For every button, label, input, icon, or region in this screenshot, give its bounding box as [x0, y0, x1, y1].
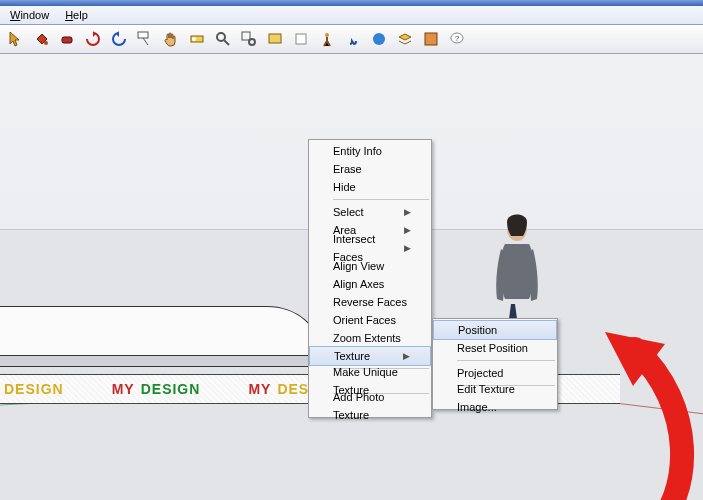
- tool-prev-view-icon[interactable]: [262, 26, 288, 52]
- tool-zoom-icon[interactable]: [210, 26, 236, 52]
- tool-paint-bucket-icon[interactable]: [28, 26, 54, 52]
- menu-bar: WWindowindow HHelpelp: [0, 6, 703, 25]
- tool-eraser-icon[interactable]: [54, 26, 80, 52]
- svg-text:?: ?: [455, 34, 460, 43]
- menu-reverse-faces[interactable]: Reverse Faces: [309, 293, 431, 311]
- svg-point-10: [325, 33, 329, 37]
- menu-add-photo-texture[interactable]: Add Photo Texture: [309, 397, 431, 415]
- menu-hide[interactable]: Hide: [309, 178, 431, 196]
- banner-text: DESIGN: [4, 381, 64, 397]
- tool-google-earth-icon[interactable]: [366, 26, 392, 52]
- texture-submenu: Position Reset Position Projected Edit T…: [432, 318, 558, 410]
- svg-point-4: [192, 37, 196, 41]
- svg-rect-6: [242, 32, 250, 40]
- submenu-position[interactable]: Position: [433, 320, 557, 340]
- tool-hand-icon[interactable]: [158, 26, 184, 52]
- menu-intersect-faces[interactable]: Intersect Faces▶: [309, 239, 431, 257]
- menu-entity-info[interactable]: Entity Info: [309, 142, 431, 160]
- svg-rect-9: [296, 34, 306, 44]
- svg-rect-8: [269, 34, 281, 43]
- menu-orient-faces[interactable]: Orient Faces: [309, 311, 431, 329]
- menu-select[interactable]: Select▶: [309, 203, 431, 221]
- model-slab: [0, 306, 320, 356]
- tool-position-camera-icon[interactable]: [314, 26, 340, 52]
- banner-text: MY: [248, 381, 271, 397]
- tool-rotate-red-icon[interactable]: [80, 26, 106, 52]
- svg-point-5: [217, 33, 225, 41]
- menu-zoom-extents[interactable]: Zoom Extents: [309, 329, 431, 347]
- banner-text: MY: [112, 381, 135, 397]
- tool-walk-icon[interactable]: [340, 26, 366, 52]
- toolbar: ?: [0, 25, 703, 54]
- menu-erase[interactable]: Erase: [309, 160, 431, 178]
- tool-help-icon[interactable]: ?: [444, 26, 470, 52]
- tool-callout-icon[interactable]: [132, 26, 158, 52]
- menu-align-view[interactable]: Align View: [309, 257, 431, 275]
- context-menu: Entity Info Erase Hide Select▶ Area▶ Int…: [308, 139, 432, 418]
- chevron-right-icon: ▶: [404, 221, 411, 239]
- tool-select-icon[interactable]: [2, 26, 28, 52]
- tool-layers-icon[interactable]: [392, 26, 418, 52]
- svg-point-0: [44, 41, 48, 45]
- tool-iso-view-icon[interactable]: [288, 26, 314, 52]
- tool-zoom-region-icon[interactable]: [236, 26, 262, 52]
- menu-align-axes[interactable]: Align Axes: [309, 275, 431, 293]
- chevron-right-icon: ▶: [404, 203, 411, 221]
- svg-rect-1: [62, 37, 72, 43]
- menu-help[interactable]: HHelpelp: [57, 8, 96, 22]
- svg-point-7: [249, 39, 255, 45]
- svg-rect-2: [138, 32, 148, 38]
- tool-tape-icon[interactable]: [184, 26, 210, 52]
- menu-window[interactable]: WWindowindow: [2, 8, 57, 22]
- banner-text: DESIGN: [141, 381, 201, 397]
- viewport-3d[interactable]: DESIGN MY DESIGN MY DESIGN MY DESIGN Ent…: [0, 54, 703, 500]
- svg-rect-12: [425, 33, 437, 45]
- submenu-edit-texture-image[interactable]: Edit Texture Image...: [433, 389, 557, 407]
- tool-texture-icon[interactable]: [418, 26, 444, 52]
- chevron-right-icon: ▶: [404, 239, 411, 257]
- tool-rotate-blue-icon[interactable]: [106, 26, 132, 52]
- submenu-reset-position[interactable]: Reset Position: [433, 339, 557, 357]
